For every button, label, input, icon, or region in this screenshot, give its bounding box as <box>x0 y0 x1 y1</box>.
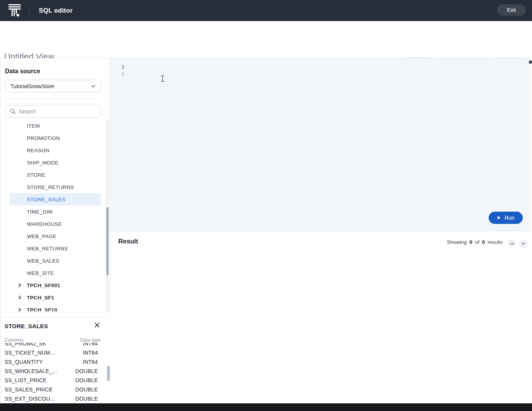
sidebar-scrollbar-thumb[interactable] <box>106 207 109 275</box>
table-name: WEB_SALES <box>27 258 59 264</box>
datasource-selected-value: TutorialSnowStore <box>10 83 55 89</box>
sql-code-editor[interactable]: 1 2 Run <box>110 58 532 231</box>
table-name: REASON <box>27 148 50 153</box>
table-name: TPCH_SF1 <box>27 295 54 301</box>
sidebar-table-item[interactable]: SHIP_MODE <box>0 156 107 169</box>
datasource-section-title: Data source <box>5 68 40 75</box>
sidebar-table-item[interactable]: TPCH_SF10 <box>0 304 107 311</box>
columns-list-viewport: SS_PROMO_SK INT64 SS_TICKET_NUM… INT64 S… <box>0 343 107 404</box>
close-icon[interactable] <box>94 322 101 329</box>
run-label: Run <box>505 215 515 221</box>
table-list: ITEM PROMOTION REASON <box>0 120 107 311</box>
column-name: SS_TICKET_NUM… <box>5 350 56 356</box>
app-title: SQL editor <box>39 7 73 15</box>
page-down-button[interactable] <box>519 239 527 248</box>
table-name: TPCH_SF10 <box>27 307 57 312</box>
chevron-down-icon <box>521 242 525 246</box>
column-name: SS_LIST_PRICE <box>5 377 46 383</box>
column-type: INT64 <box>83 359 98 365</box>
table-detail-panel: STORE_SALES Columns Data type SS_PROMO_S… <box>0 317 110 403</box>
line-number: 2 <box>121 71 124 78</box>
table-name: SHIP_MODE <box>27 160 58 166</box>
sidebar-table-item[interactable]: WAREHOUSE <box>0 218 107 230</box>
page-up-button[interactable] <box>508 239 516 248</box>
table-name: TIME_DIM <box>27 209 53 215</box>
result-pager <box>508 239 527 248</box>
column-type: DOUBLE <box>75 396 98 402</box>
panel-scrollbar-thumb[interactable] <box>107 366 110 381</box>
sidebar-table-item[interactable]: WEB_PAGE <box>0 230 107 242</box>
chevron-right-icon <box>18 283 22 289</box>
column-row[interactable]: SS_SALES_PRICE DOUBLE <box>0 385 107 394</box>
sidebar-scrollbar-track <box>106 120 109 311</box>
datatype-header: Data type <box>80 337 101 343</box>
columns-header: Columns <box>5 337 23 343</box>
column-type: DOUBLE <box>75 377 98 383</box>
table-name: WEB_SITE <box>27 270 54 276</box>
editor-scrollbar-thumb[interactable] <box>529 61 532 64</box>
sidebar-table-item[interactable]: STORE_RETURNS <box>0 181 107 193</box>
chevron-right-icon <box>18 295 22 301</box>
column-row[interactable]: SS_PROMO_SK INT64 <box>0 343 107 348</box>
column-row[interactable]: SS_EXT_DISCOU… DOUBLE <box>0 394 107 403</box>
sidebar-table-item[interactable]: PROMOTION <box>0 132 107 144</box>
table-name: PROMOTION <box>27 135 60 141</box>
column-name: SS_QUANTITY <box>5 359 43 365</box>
chevron-right-icon <box>18 307 22 311</box>
table-detail-title: STORE_SALES <box>5 323 48 329</box>
column-row[interactable]: SS_WHOLESALE_… DOUBLE <box>0 367 107 376</box>
shown-count: 0 <box>469 239 473 245</box>
result-title: Result <box>118 238 138 245</box>
search-icon <box>10 109 16 114</box>
column-row[interactable]: SS_LIST_PRICE DOUBLE <box>0 376 107 385</box>
datasource-select[interactable]: TutorialSnowStore <box>5 80 101 92</box>
sidebar-table-item[interactable]: REASON <box>0 144 107 156</box>
bottom-black-bar <box>0 403 532 411</box>
results-count-status: Showing 0 of 0 results <box>447 239 503 245</box>
column-type: DOUBLE <box>75 386 98 393</box>
column-name: SS_WHOLESALE_… <box>5 368 58 374</box>
column-row[interactable]: SS_TICKET_NUM… INT64 <box>0 348 107 357</box>
sidebar-divider <box>5 98 101 99</box>
search-box[interactable] <box>5 105 101 118</box>
table-name: STORE_RETURNS <box>27 184 74 190</box>
column-type: DOUBLE <box>75 368 98 374</box>
play-icon <box>497 216 501 220</box>
sidebar-table-item[interactable]: TIME_DIM <box>0 206 107 218</box>
run-button[interactable]: Run <box>489 212 523 224</box>
table-name: WEB_RETURNS <box>27 246 68 252</box>
sidebar-table-item[interactable]: TPCH_SF001 <box>0 279 107 291</box>
tinybird-logo-icon <box>8 4 21 18</box>
text-cursor-icon <box>160 75 165 84</box>
chevron-up-icon <box>510 242 514 246</box>
showing-label: Showing <box>447 239 467 245</box>
column-row[interactable]: SS_QUANTITY INT64 <box>0 357 107 367</box>
sidebar-table-item[interactable]: STORE_SALES <box>10 193 101 206</box>
search-input[interactable] <box>19 109 88 115</box>
sidebar-table-item[interactable]: ITEM <box>0 120 107 132</box>
table-name: STORE <box>27 172 45 178</box>
column-type: INT64 <box>83 343 98 347</box>
sidebar-table-item[interactable]: WEB_SALES <box>0 255 107 267</box>
table-name: TPCH_SF001 <box>27 283 60 288</box>
sidebar-table-item[interactable]: TPCH_SF1 <box>0 291 107 304</box>
table-name: ITEM <box>27 123 40 129</box>
chevron-down-icon <box>91 84 96 90</box>
sidebar-table-item[interactable]: STORE <box>0 169 107 181</box>
column-name: SS_SALES_PRICE <box>5 386 53 393</box>
column-name: SS_EXT_DISCOU… <box>5 396 56 402</box>
of-label: of <box>475 239 479 245</box>
table-name: WAREHOUSE <box>27 221 62 227</box>
column-type: INT64 <box>83 350 98 356</box>
editor-scrollbar-track <box>528 58 532 231</box>
view-header: Untitled View Add a description of your … <box>0 21 532 58</box>
sidebar-table-item[interactable]: WEB_RETURNS <box>0 242 107 255</box>
columns-header-row: Columns Data type <box>5 337 101 343</box>
exit-button[interactable]: Exit <box>497 4 526 16</box>
results-label: results <box>487 239 503 245</box>
sql-editor-window: SQL editor Exit Untitled View Add a desc… <box>0 0 532 411</box>
table-name: WEB_PAGE <box>27 233 56 239</box>
total-count: 0 <box>482 239 485 245</box>
topbar: SQL editor Exit <box>0 0 532 21</box>
sidebar-table-item[interactable]: WEB_SITE <box>0 267 107 279</box>
